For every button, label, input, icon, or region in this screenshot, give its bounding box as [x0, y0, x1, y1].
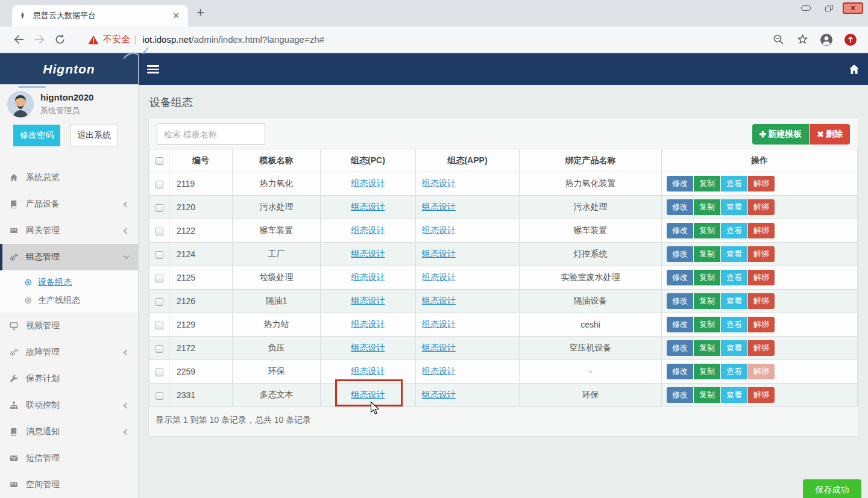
copy-button[interactable]: 复制: [694, 270, 720, 285]
view-button[interactable]: 查看: [721, 246, 747, 262]
forward-icon[interactable]: [29, 31, 49, 49]
pc-config-link[interactable]: 组态设计: [351, 225, 385, 235]
copy-button[interactable]: 复制: [694, 246, 720, 262]
modify-button[interactable]: 修改: [667, 270, 693, 285]
app-config-link[interactable]: 组态设计: [422, 249, 456, 258]
modify-button[interactable]: 修改: [667, 176, 693, 191]
reload-icon[interactable]: [49, 31, 70, 49]
delete-button[interactable]: ✖删除: [810, 124, 850, 145]
window-restore-button[interactable]: [820, 2, 838, 14]
unbind-button[interactable]: 解绑: [748, 199, 775, 215]
view-button[interactable]: 查看: [721, 317, 747, 332]
unbind-button[interactable]: 解绑: [748, 293, 775, 309]
copy-button[interactable]: 复制: [694, 293, 720, 309]
pc-config-link[interactable]: 组态设计: [351, 202, 385, 211]
pc-config-link[interactable]: 组态设计: [351, 178, 385, 188]
view-button[interactable]: 查看: [721, 176, 747, 191]
home-icon[interactable]: [849, 64, 860, 75]
copy-button[interactable]: 复制: [694, 340, 720, 356]
modify-button[interactable]: 修改: [667, 364, 693, 379]
copy-button[interactable]: 复制: [694, 199, 720, 215]
sidebar-item-3[interactable]: 组态管理: [0, 244, 138, 270]
view-button[interactable]: 查看: [721, 223, 747, 238]
row-checkbox[interactable]: [156, 181, 163, 188]
submenu-item-1[interactable]: 生产线组态: [0, 291, 138, 310]
view-button[interactable]: 查看: [721, 340, 747, 356]
logout-button[interactable]: 退出系统: [70, 125, 118, 146]
modify-button[interactable]: 修改: [667, 293, 693, 309]
modify-button[interactable]: 修改: [667, 246, 693, 262]
address-bar[interactable]: iot.idosp.net/admin/index.html?language=…: [142, 34, 324, 45]
sidebar-item-7[interactable]: 联动控制: [0, 392, 138, 419]
app-config-link[interactable]: 组态设计: [422, 202, 456, 211]
row-checkbox[interactable]: [156, 275, 163, 282]
sidebar-item-2[interactable]: 网关管理: [0, 217, 138, 244]
unbind-button[interactable]: 解绑: [748, 223, 775, 238]
select-all-checkbox[interactable]: [156, 157, 163, 165]
sidebar-item-1[interactable]: 产品设备: [0, 191, 138, 217]
app-config-link[interactable]: 组态设计: [422, 225, 456, 235]
unbind-button[interactable]: 解绑: [748, 317, 775, 332]
copy-button[interactable]: 复制: [694, 223, 720, 238]
unbind-button[interactable]: 解绑: [748, 176, 775, 191]
modify-button[interactable]: 修改: [667, 317, 693, 332]
browser-tab[interactable]: 思普云大数据平台 ✕: [12, 5, 188, 26]
submenu-item-0[interactable]: 设备组态: [0, 273, 138, 291]
profile-avatar-icon[interactable]: [817, 31, 835, 49]
search-input[interactable]: [157, 123, 265, 145]
pc-config-link[interactable]: 组态设计: [351, 343, 385, 352]
window-minimize-button[interactable]: [797, 2, 815, 14]
view-button[interactable]: 查看: [721, 199, 747, 215]
back-icon[interactable]: [8, 31, 29, 49]
unbind-button[interactable]: 解绑: [748, 246, 775, 262]
row-checkbox[interactable]: [156, 322, 163, 329]
unbind-button[interactable]: 解绑: [748, 340, 775, 356]
site-security-indicator[interactable]: 不安全: [88, 34, 130, 45]
row-checkbox[interactable]: [156, 392, 163, 400]
unbind-button[interactable]: 解绑: [748, 387, 775, 403]
view-button[interactable]: 查看: [721, 293, 747, 309]
app-config-link[interactable]: 组态设计: [422, 319, 456, 329]
browser-update-icon[interactable]: [841, 31, 860, 49]
row-checkbox[interactable]: [156, 251, 163, 259]
unbind-button[interactable]: 解绑: [748, 364, 775, 379]
app-config-link[interactable]: 组态设计: [422, 390, 456, 399]
pc-config-link[interactable]: 组态设计: [351, 319, 385, 329]
modify-button[interactable]: 修改: [667, 340, 693, 356]
view-button[interactable]: 查看: [721, 387, 747, 403]
pc-config-link[interactable]: 组态设计: [351, 249, 385, 258]
app-config-link[interactable]: 组态设计: [422, 366, 456, 376]
hamburger-menu-icon[interactable]: [147, 63, 159, 75]
copy-button[interactable]: 复制: [694, 176, 720, 191]
user-avatar[interactable]: [7, 91, 34, 117]
pc-config-link[interactable]: 组态设计: [351, 390, 385, 399]
pc-config-link[interactable]: 组态设计: [351, 272, 385, 282]
app-config-link[interactable]: 组态设计: [422, 178, 456, 188]
view-button[interactable]: 查看: [721, 270, 747, 285]
window-close-button[interactable]: ✕: [843, 2, 863, 14]
modify-button[interactable]: 修改: [667, 387, 693, 403]
bookmark-star-icon[interactable]: [793, 31, 811, 49]
modify-button[interactable]: 修改: [667, 223, 693, 238]
new-tab-button[interactable]: +: [197, 6, 204, 19]
copy-button[interactable]: 复制: [694, 387, 720, 403]
view-button[interactable]: 查看: [721, 364, 747, 379]
row-checkbox[interactable]: [156, 298, 163, 306]
app-config-link[interactable]: 组态设计: [422, 272, 456, 282]
sidebar-item-5[interactable]: 故障管理: [0, 339, 138, 366]
sidebar-item-9[interactable]: 短信管理: [0, 445, 138, 472]
modify-button[interactable]: 修改: [667, 199, 693, 215]
create-template-button[interactable]: ✚新建模板: [752, 124, 810, 145]
pc-config-link[interactable]: 组态设计: [351, 366, 385, 376]
unbind-button[interactable]: 解绑: [748, 270, 775, 285]
zoom-out-icon[interactable]: [769, 31, 787, 49]
app-config-link[interactable]: 组态设计: [422, 296, 456, 305]
pc-config-link[interactable]: 组态设计: [351, 296, 385, 305]
row-checkbox[interactable]: [156, 228, 163, 235]
row-checkbox[interactable]: [156, 204, 163, 212]
sidebar-item-6[interactable]: 保养计划: [0, 366, 138, 392]
sidebar-item-0[interactable]: 系统总览: [0, 164, 138, 191]
copy-button[interactable]: 复制: [694, 317, 720, 332]
change-password-button[interactable]: 修改密码: [13, 125, 60, 146]
sidebar-item-10[interactable]: 空间管理: [0, 472, 138, 498]
